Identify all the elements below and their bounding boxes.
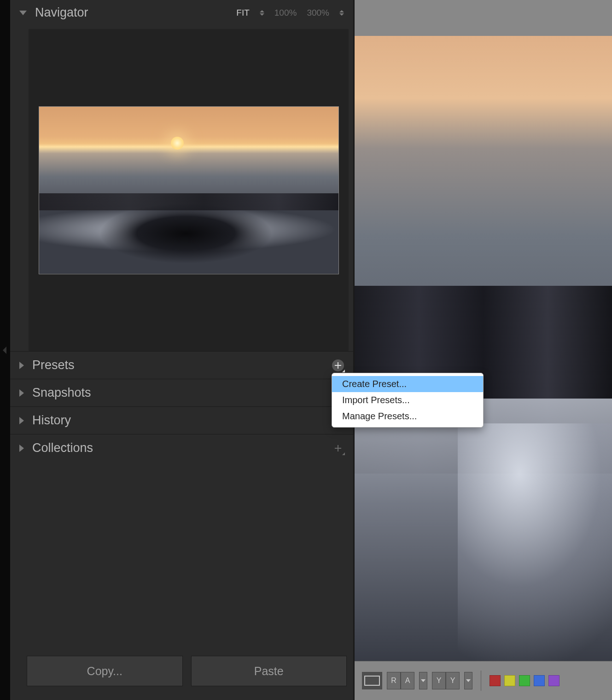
chevron-down-icon <box>421 679 425 682</box>
compare-y2[interactable]: Y <box>446 672 460 689</box>
zoom-level-group: FIT 100% 300% <box>236 8 344 18</box>
color-label-3[interactable] <box>534 675 545 686</box>
color-label-2[interactable] <box>519 675 530 686</box>
chevron-right-icon[interactable] <box>19 389 24 397</box>
sidebar-spacer <box>10 462 353 648</box>
navigator-thumbnail[interactable] <box>39 106 339 274</box>
before-after-dropdown[interactable] <box>419 672 427 689</box>
image-preview[interactable] <box>355 36 612 661</box>
chevron-down-icon[interactable] <box>19 11 27 15</box>
zoom-fit-stepper[interactable] <box>260 10 264 16</box>
zoom-300[interactable]: 300% <box>307 8 329 18</box>
chevron-right-icon[interactable] <box>19 417 24 424</box>
presets-title: Presets <box>32 358 332 372</box>
paste-button[interactable]: Paste <box>191 656 347 686</box>
navigator-panel-header[interactable]: Navigator FIT 100% 300% <box>10 0 353 25</box>
main-viewport: R A Y Y <box>355 0 612 700</box>
presets-context-menu: Create Preset... Import Presets... Manag… <box>332 373 484 428</box>
snapshots-panel-header[interactable]: Snapshots <box>10 379 353 406</box>
toolbar-separator <box>481 671 481 691</box>
compare-yy-buttons: Y Y <box>432 672 460 689</box>
presets-panel-header[interactable]: Presets <box>10 351 353 379</box>
chevron-right-icon[interactable] <box>19 445 24 452</box>
copy-paste-row: Copy... Paste <box>10 648 353 700</box>
add-preset-button[interactable] <box>332 359 344 371</box>
viewport-toolbar: R A Y Y <box>355 661 612 700</box>
compare-y1[interactable]: Y <box>432 672 446 689</box>
compare-dropdown[interactable] <box>464 672 472 689</box>
color-label-1[interactable] <box>504 675 515 686</box>
color-label-0[interactable] <box>490 675 501 686</box>
loupe-icon <box>364 676 380 686</box>
loupe-view-button[interactable] <box>362 672 382 689</box>
collections-title: Collections <box>32 441 332 455</box>
navigator-title: Navigator <box>35 6 236 20</box>
navigator-preview-area <box>29 29 349 351</box>
menu-create-preset[interactable]: Create Preset... <box>332 376 483 392</box>
left-sidebar: Navigator FIT 100% 300% Presets Snapshot… <box>10 0 353 700</box>
chevron-right-icon[interactable] <box>19 362 24 369</box>
collections-panel-header[interactable]: Collections <box>10 434 353 462</box>
zoom-fit[interactable]: FIT <box>236 8 250 18</box>
history-panel-header[interactable]: History <box>10 406 353 434</box>
before-after-buttons: R A <box>387 672 414 689</box>
menu-manage-presets[interactable]: Manage Presets... <box>332 408 483 424</box>
expand-left-panel-icon <box>3 347 6 354</box>
add-collection-button[interactable] <box>332 442 344 454</box>
color-label-4[interactable] <box>548 675 560 686</box>
chevron-down-icon <box>466 679 471 682</box>
color-label-chips <box>490 675 560 686</box>
left-panel-collapse-strip[interactable] <box>0 0 10 700</box>
snapshots-title: Snapshots <box>32 386 344 400</box>
menu-import-presets[interactable]: Import Presets... <box>332 392 483 408</box>
zoom-300-stepper[interactable] <box>339 10 344 16</box>
history-title: History <box>32 413 344 428</box>
before-after-r[interactable]: R <box>387 672 401 689</box>
before-after-a[interactable]: A <box>401 672 414 689</box>
zoom-100[interactable]: 100% <box>274 8 297 18</box>
copy-button[interactable]: Copy... <box>27 656 183 686</box>
